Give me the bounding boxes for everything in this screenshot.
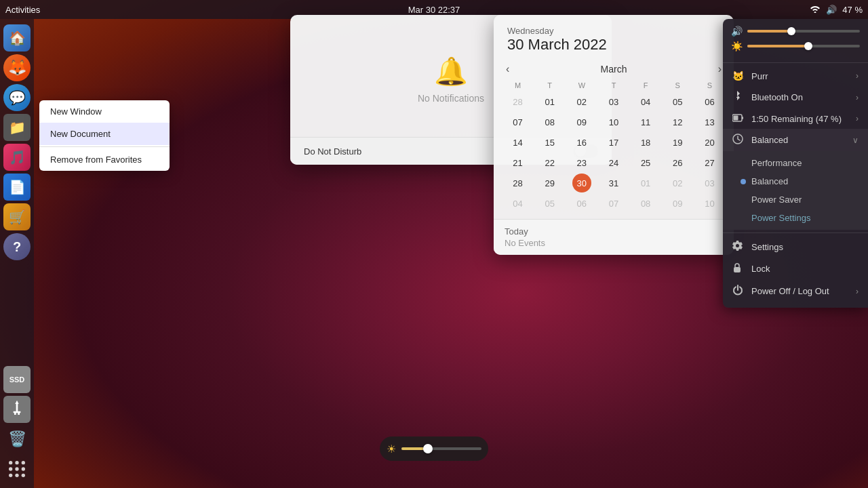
brightness-fill [401,447,429,450]
dock: 🏠 🦊 💬 📁 🎵 📄 🛒 ? SSD [0,19,34,488]
power-option-performance[interactable]: Performance [723,154,868,172]
volume-slider-icon: 🔊 [731,26,743,37]
purr-icon: 🐱 [732,70,745,81]
activities-label[interactable]: Activities [5,5,40,15]
power-option-balanced[interactable]: Balanced [723,172,868,190]
dock-item-libreoffice[interactable]: 📄 [3,174,31,201]
tray-item-settings[interactable]: Settings [723,236,868,258]
tray-item-power-mode[interactable]: Balanced ∨ [723,129,868,151]
dock-item-firefox[interactable]: 🦊 [3,54,31,81]
tray-item-bluetooth[interactable]: Bluetooth On › [723,86,868,108]
calendar-week-1: 28 01 02 03 04 05 06 [502,92,726,112]
wifi-icon[interactable] [810,5,821,15]
svg-rect-10 [742,117,743,119]
power-off-chevron: › [856,287,859,296]
calendar-month-label: March [601,64,627,75]
purr-chevron: › [856,71,859,81]
dock-item-home[interactable]: 🏠 [3,24,31,52]
dock-item-files[interactable]: 📁 [3,114,31,141]
calendar-prev-button[interactable]: ‹ [502,62,513,77]
brightness-row: ☀️ [731,41,860,52]
volume-fill [747,30,792,33]
calendar-dow-row: M T W T F S S [502,79,726,92]
settings-icon [732,241,745,253]
context-menu: New Window New Document Remove from Favo… [39,100,170,171]
bluetooth-label: Bluetooth On [751,92,856,102]
svg-point-2 [22,461,25,464]
tray-divider-1 [723,62,868,63]
tray-item-lock[interactable]: Lock [723,258,868,280]
power-off-icon [732,285,745,298]
context-menu-new-window[interactable]: New Window [39,100,170,123]
purr-label: Purr [751,71,856,81]
calendar-today-section: Today No Events [494,219,734,255]
calendar-grid: M T W T F S S 28 01 02 03 04 05 06 07 08… [494,79,734,219]
lock-label: Lock [751,264,859,274]
performance-label: Performance [751,158,802,168]
power-option-power-saver[interactable]: Power Saver [723,190,868,209]
svg-point-8 [22,474,25,477]
dock-bottom: SSD 🗑️ [3,366,31,483]
brightness-slider-icon: ☀️ [731,41,743,52]
dock-item-rhythmbox[interactable]: 🎵 [3,144,31,171]
brightness-fill [747,45,809,47]
context-menu-divider [39,146,170,147]
svg-point-7 [15,474,18,477]
calendar-week-3: 14 15 16 17 18 19 20 [502,132,726,152]
power-mode-chevron: ∨ [852,136,859,145]
battery-tray-icon [732,113,745,124]
volume-slider[interactable] [747,30,860,33]
battery-label[interactable]: 47 % [842,5,863,15]
dock-item-trash[interactable]: 🗑️ [3,426,31,453]
volume-icon[interactable]: 🔊 [826,5,837,15]
calendar-week-5: 28 29 30 31 01 02 03 [502,173,726,193]
power-off-label: Power Off / Log Out [751,286,856,296]
dock-item-messenger[interactable]: 💬 [3,84,31,111]
dock-item-usb[interactable] [3,396,31,423]
bluetooth-chevron: › [856,93,859,102]
context-menu-remove-favorites[interactable]: Remove from Favorites [39,148,170,171]
balanced-label: Balanced [751,176,788,186]
calendar-panel: Wednesday 30 March 2022 ‹ March › M T W … [494,15,734,255]
dnd-label: Do Not Disturb [304,146,361,157]
no-notifications-text: No Notifications [418,93,484,104]
tray-item-power-off[interactable]: Power Off / Log Out › [723,280,868,302]
power-settings-label: Power Settings [751,213,810,223]
dock-item-appstore[interactable]: 🛒 [3,203,31,230]
today-label: Today [505,226,723,237]
battery-tray-label: 1:50 Remaining (47 %) [751,114,856,124]
calendar-week-2: 07 08 09 10 11 12 13 [502,112,726,132]
svg-point-0 [9,461,12,464]
brightness-track[interactable] [401,447,481,450]
svg-rect-11 [734,116,738,121]
dock-item-help[interactable]: ? [3,233,31,260]
calendar-nav: ‹ March › [494,59,734,79]
dock-item-ssd[interactable]: SSD [3,366,31,393]
svg-point-6 [9,474,12,477]
volume-row: 🔊 [731,26,860,37]
svg-rect-13 [734,267,741,272]
tray-item-battery[interactable]: 1:50 Remaining (47 %) › [723,108,868,129]
calendar-weekday: Wednesday [507,26,720,36]
tray-sliders: 🔊 ☀️ [723,19,868,60]
brightness-bar: ☀ [380,436,488,461]
bell-icon: 🔔 [434,56,468,87]
calendar-header: Wednesday 30 March 2022 [494,15,734,59]
lock-icon [732,262,745,275]
balanced-bullet [741,179,746,184]
power-settings-link[interactable]: Power Settings [723,209,868,227]
svg-point-5 [22,467,25,470]
power-mode-icon [732,134,745,146]
power-saver-label: Power Saver [751,195,802,205]
svg-point-1 [15,461,18,464]
calendar-week-4: 21 22 23 24 25 26 27 [502,152,726,173]
calendar-date: 30 March 2022 [507,36,720,54]
bluetooth-icon [732,91,745,104]
brightness-sun-icon: ☀ [387,443,396,455]
context-menu-new-document[interactable]: New Document [39,123,170,145]
tray-item-purr[interactable]: 🐱 Purr › [723,66,868,86]
dock-item-show-apps[interactable] [3,455,31,483]
tray-divider-2 [723,232,868,233]
brightness-slider[interactable] [747,45,860,47]
svg-point-3 [9,467,12,470]
